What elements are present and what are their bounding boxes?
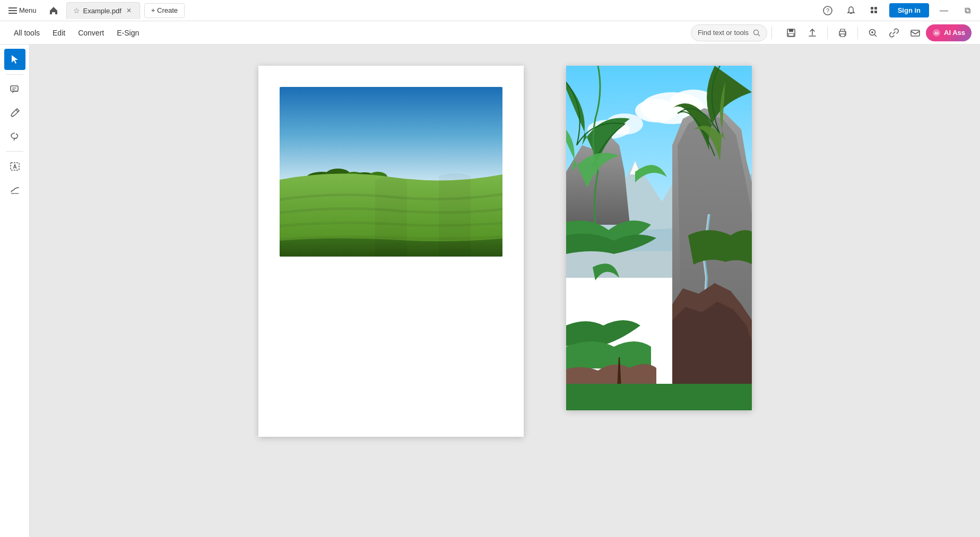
draw-tool[interactable] — [4, 102, 25, 124]
convert-label: Convert — [78, 29, 104, 37]
create-button[interactable]: + Create — [144, 3, 185, 18]
zoom-icon — [868, 28, 878, 38]
toolbar-separator-2 — [827, 27, 828, 39]
find-text-tools-search[interactable]: Find text or tools — [691, 24, 767, 41]
svg-rect-10 — [788, 33, 794, 36]
bell-icon-btn[interactable] — [843, 2, 860, 19]
link-icon — [889, 28, 899, 38]
print-icon — [837, 28, 848, 38]
toolbar-right-icons — [783, 24, 924, 41]
upload-icon-btn[interactable] — [804, 24, 821, 41]
svg-rect-4 — [871, 11, 873, 13]
bell-icon — [846, 6, 856, 15]
svg-line-15 — [875, 34, 877, 37]
pdf-content-area[interactable] — [30, 45, 980, 537]
svg-text:A: A — [13, 164, 16, 170]
landscape-image — [280, 87, 502, 257]
toolbar: All tools Edit Convert E-Sign Find text … — [0, 21, 980, 45]
all-tools-label: All tools — [14, 29, 40, 37]
apps-icon-btn[interactable] — [866, 2, 883, 19]
star-icon: ☆ — [73, 6, 80, 15]
home-button[interactable] — [45, 2, 62, 19]
search-icon — [753, 29, 760, 37]
convert-menu[interactable]: Convert — [73, 24, 109, 41]
svg-line-24 — [16, 110, 18, 112]
edit-label: Edit — [53, 29, 65, 37]
comment-icon — [10, 84, 20, 95]
create-label: + Create — [151, 6, 178, 14]
lasso-icon — [10, 131, 20, 142]
svg-rect-2 — [871, 7, 873, 10]
upload-icon — [807, 28, 818, 38]
file-tab[interactable]: ☆ Example.pdf ✕ — [66, 2, 140, 19]
text-tool[interactable]: A — [4, 156, 25, 177]
restore-button[interactable]: ⧉ — [959, 2, 976, 19]
sidebar-separator-1 — [6, 74, 23, 75]
svg-line-7 — [758, 34, 760, 36]
toolbar-separator-1 — [771, 27, 772, 39]
ai-icon: AI — [932, 29, 941, 37]
cursor-icon — [10, 54, 20, 65]
pencil-icon — [10, 108, 20, 118]
main-area: A — [0, 45, 980, 537]
svg-rect-5 — [874, 11, 877, 13]
edit-menu[interactable]: Edit — [47, 24, 71, 41]
ai-ass-label: AI Ass — [944, 29, 965, 37]
menu-label: Menu — [19, 6, 37, 14]
signature-icon — [10, 184, 20, 195]
landscape-svg — [280, 87, 502, 257]
svg-point-25 — [16, 134, 17, 135]
svg-rect-18 — [911, 30, 920, 36]
svg-text:?: ? — [826, 7, 829, 14]
svg-rect-29 — [280, 87, 502, 182]
pdf-page-2 — [566, 66, 752, 410]
ai-assistant-button[interactable]: AI AI Ass — [926, 24, 972, 41]
print-icon-btn[interactable] — [834, 24, 851, 41]
svg-point-38 — [635, 99, 678, 122]
sign-in-button[interactable]: Sign in — [889, 3, 929, 17]
minimize-icon: — — [940, 6, 948, 15]
toolbar-separator-3 — [857, 27, 858, 39]
search-placeholder: Find text or tools — [698, 29, 749, 37]
text-icon: A — [10, 161, 20, 172]
sidebar-separator-2 — [6, 151, 23, 152]
menu-button[interactable]: Menu — [4, 4, 41, 16]
svg-rect-9 — [789, 29, 793, 32]
svg-rect-3 — [874, 7, 877, 10]
svg-point-13 — [845, 32, 846, 33]
help-icon: ? — [823, 6, 832, 15]
svg-rect-21 — [11, 86, 18, 91]
email-icon-btn[interactable] — [907, 24, 924, 41]
home-icon — [49, 6, 58, 15]
pdf-page-1 — [258, 66, 524, 437]
save-icon — [786, 28, 796, 38]
help-icon-btn[interactable]: ? — [819, 2, 836, 19]
svg-rect-41 — [566, 384, 752, 410]
tab-title: Example.pdf — [83, 7, 122, 15]
lasso-tool[interactable] — [4, 126, 25, 147]
jungle-image — [566, 66, 752, 410]
title-bar: Menu ☆ Example.pdf ✕ + Create ? — [0, 0, 980, 21]
menu-icon — [8, 7, 17, 14]
esign-label: E-Sign — [117, 29, 139, 37]
svg-text:AI: AI — [934, 31, 939, 36]
esign-menu[interactable]: E-Sign — [111, 24, 144, 41]
email-icon — [910, 28, 921, 38]
minimize-button[interactable]: — — [935, 2, 952, 19]
link-icon-btn[interactable] — [886, 24, 903, 41]
jungle-svg — [566, 66, 752, 410]
comment-tool[interactable] — [4, 79, 25, 100]
apps-icon — [870, 6, 879, 15]
zoom-icon-btn[interactable] — [864, 24, 881, 41]
svg-rect-12 — [840, 34, 845, 37]
title-bar-right: ? Sign in — ⧉ — [819, 2, 976, 19]
svg-point-6 — [754, 30, 759, 34]
all-tools-menu[interactable]: All tools — [8, 24, 45, 41]
save-icon-btn[interactable] — [783, 24, 800, 41]
tools-sidebar: A — [0, 45, 30, 537]
signature-tool[interactable] — [4, 179, 25, 200]
restore-icon: ⧉ — [965, 6, 970, 15]
tab-close-button[interactable]: ✕ — [125, 6, 133, 15]
select-tool[interactable] — [4, 49, 25, 70]
